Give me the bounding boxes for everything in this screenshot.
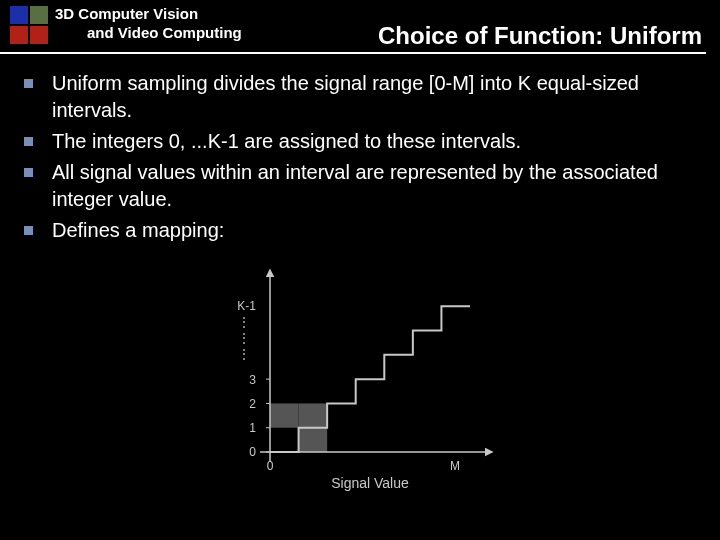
list-item: Defines a mapping: [18,217,702,244]
slide-header: 3D Computer Vision and Video Computing C… [0,0,706,54]
quantization-chart: 0 1 2 3 ⋮ ⋮ ⋮ K-1 0 M Signal Value [210,262,510,492]
y-tick-2: 2 [249,397,256,411]
slide-body: Uniform sampling divides the signal rang… [0,54,720,492]
y-dots: ⋮ [238,331,250,345]
x-axis-label: Signal Value [331,475,409,491]
course-title: 3D Computer Vision and Video Computing [55,5,242,43]
svg-rect-1 [270,403,299,427]
y-dots: ⋮ [238,315,250,329]
x-tick-M: M [450,459,460,473]
list-item: Uniform sampling divides the signal rang… [18,70,702,124]
y-tick-0: 0 [249,445,256,459]
logo-icon [10,6,56,52]
x-tick-0: 0 [267,459,274,473]
list-item: All signal values within an interval are… [18,159,702,213]
course-line1: 3D Computer Vision [55,5,242,24]
y-tick-k1: K-1 [237,299,256,313]
course-line2: and Video Computing [55,24,242,43]
list-item: The integers 0, ...K-1 are assigned to t… [18,128,702,155]
page-title: Choice of Function: Uniform [378,22,702,50]
slide: 3D Computer Vision and Video Computing C… [0,0,720,540]
y-tick-3: 3 [249,373,256,387]
bullet-list: Uniform sampling divides the signal rang… [18,70,702,244]
y-tick-1: 1 [249,421,256,435]
y-dots: ⋮ [238,347,250,361]
